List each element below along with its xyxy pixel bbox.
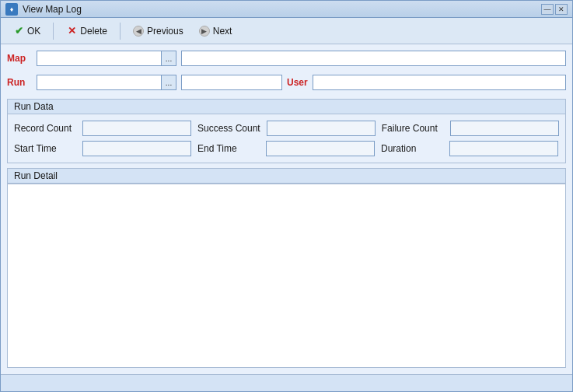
run-row: Run ... User: [7, 75, 566, 90]
run-detail-title: Run Detail: [8, 169, 565, 184]
ok-button[interactable]: ✔ OK: [7, 23, 47, 39]
content-area: Map ... Run ... User Run Data Record Cou…: [1, 44, 572, 374]
status-bar: [1, 374, 572, 391]
title-bar: ♦ View Map Log — ✕: [1, 1, 572, 18]
toolbar-separator-2: [120, 23, 121, 40]
duration-input[interactable]: [449, 141, 558, 156]
run-text-input[interactable]: [37, 75, 161, 90]
run-data-content: Record Count Success Count Failure Count…: [8, 114, 565, 163]
run-value-input[interactable]: [181, 75, 282, 90]
failure-count-input[interactable]: [450, 121, 559, 136]
map-text-input[interactable]: [37, 51, 161, 66]
user-label: User: [287, 77, 308, 88]
run-input-group: ...: [37, 75, 176, 90]
success-count-input[interactable]: [267, 121, 376, 136]
user-input[interactable]: [313, 75, 566, 90]
start-time-label: Start Time: [14, 143, 76, 154]
next-label: Next: [213, 26, 232, 37]
close-button[interactable]: ✕: [555, 4, 568, 15]
end-time-input[interactable]: [266, 141, 375, 156]
run-label: Run: [7, 77, 32, 88]
app-icon: ♦: [5, 3, 18, 16]
time-row: Start Time End Time Duration: [14, 141, 559, 156]
previous-button[interactable]: ◀ Previous: [127, 23, 190, 39]
failure-count-label: Failure Count: [382, 123, 444, 134]
main-window: ♦ View Map Log — ✕ ✔ OK ✕ Delete ◀ Previ…: [0, 0, 573, 392]
run-ellipsis-button[interactable]: ...: [161, 75, 176, 90]
run-detail-group: Run Detail: [7, 168, 566, 368]
next-button[interactable]: ▶ Next: [193, 23, 239, 39]
success-count-label: Success Count: [197, 123, 260, 134]
record-count-row: Record Count Success Count Failure Count: [14, 121, 559, 136]
ok-label: OK: [27, 26, 40, 37]
ok-icon: ✔: [13, 26, 24, 37]
previous-icon: ◀: [133, 26, 144, 37]
map-label: Map: [7, 53, 32, 64]
record-count-input[interactable]: [82, 121, 191, 136]
delete-button[interactable]: ✕ Delete: [60, 23, 114, 39]
delete-label: Delete: [80, 26, 107, 37]
toolbar-separator: [53, 23, 54, 40]
end-time-label: End Time: [197, 143, 260, 154]
map-ellipsis-button[interactable]: ...: [161, 51, 176, 66]
map-row: Map ...: [7, 51, 566, 66]
run-data-title: Run Data: [8, 100, 565, 114]
minimize-button[interactable]: —: [541, 4, 554, 15]
duration-label: Duration: [381, 143, 443, 154]
title-bar-controls: — ✕: [541, 4, 568, 15]
start-time-input[interactable]: [82, 141, 191, 156]
previous-label: Previous: [147, 26, 183, 37]
record-count-label: Record Count: [14, 123, 76, 134]
map-value-input[interactable]: [181, 51, 566, 66]
delete-icon: ✕: [66, 26, 77, 37]
map-input-group: ...: [37, 51, 176, 66]
window-title: View Map Log: [23, 4, 536, 15]
run-data-group: Run Data Record Count Success Count Fail…: [7, 99, 566, 163]
toolbar: ✔ OK ✕ Delete ◀ Previous ▶ Next: [1, 18, 572, 44]
run-detail-textarea[interactable]: [8, 184, 565, 367]
next-icon: ▶: [199, 26, 210, 37]
